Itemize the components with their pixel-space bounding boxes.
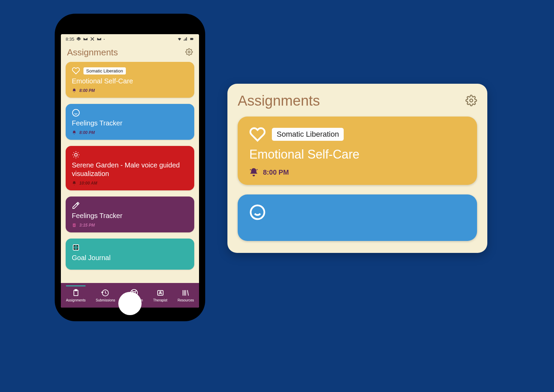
assignment-card[interactable]: Feelings Tracker 3:15 PM	[66, 197, 194, 232]
card-time: 8:00 PM	[263, 168, 289, 176]
battery-icon	[189, 37, 194, 41]
assignment-card[interactable]	[238, 194, 477, 241]
svg-point-13	[160, 292, 161, 293]
card-topbar	[249, 204, 465, 220]
phone-frame: 8:35 • Assignments	[55, 14, 205, 321]
svg-point-15	[251, 205, 264, 219]
gmail-icon	[83, 37, 88, 41]
gear-icon	[185, 48, 193, 56]
card-topbar	[72, 151, 188, 159]
svg-rect-1	[193, 39, 194, 39]
page-header: Assignments	[61, 44, 199, 62]
signal-icon	[183, 37, 188, 41]
nav-label: Assignments	[66, 298, 85, 302]
card-title: Emotional Self-Care	[72, 77, 188, 85]
card-tag: Somatic Liberation	[83, 67, 126, 75]
status-right	[177, 37, 194, 41]
gmail-icon	[97, 37, 102, 41]
nav-resources[interactable]: Resources	[177, 287, 195, 303]
svg-rect-0	[190, 38, 193, 40]
zoom-panel: Assignments Somatic Liberation Emotional…	[227, 84, 487, 253]
assignments-list[interactable]: Somatic Liberation Emotional Self-Care 8…	[61, 62, 199, 283]
smile-icon	[249, 204, 266, 220]
id-card-icon	[156, 289, 164, 297]
card-time: 8:00 PM	[79, 88, 95, 93]
phone-screen: 8:35 • Assignments	[61, 34, 199, 308]
x-icon	[90, 37, 95, 41]
card-time-row: 8:00 PM	[72, 130, 188, 135]
svg-point-14	[470, 99, 473, 102]
sun-gear-icon	[72, 151, 80, 159]
svg-point-2	[188, 51, 190, 53]
page-title: Assignments	[67, 47, 118, 58]
card-topbar	[72, 201, 188, 209]
assignment-card[interactable]: Goal Journal	[66, 239, 194, 270]
card-topbar	[72, 109, 188, 117]
bell-ring-icon	[249, 168, 258, 177]
nav-label: Submissions	[96, 298, 115, 302]
card-title: Serene Garden - Male voice guided visual…	[72, 161, 188, 178]
card-topbar: Somatic Liberation	[72, 67, 188, 75]
smile-icon	[72, 109, 80, 117]
pencil-icon	[72, 201, 80, 209]
heart-icon	[249, 126, 266, 143]
settings-button[interactable]	[465, 95, 477, 107]
bell-ring-icon	[72, 130, 77, 135]
card-title: Emotional Self-Care	[249, 147, 465, 162]
card-time-row: 10:00 AM	[72, 181, 188, 186]
chat-icon	[76, 37, 81, 41]
heart-icon	[72, 67, 80, 75]
books-icon	[182, 289, 190, 297]
card-time-row: 8:00 PM	[72, 88, 188, 93]
globe-box-icon	[72, 243, 80, 252]
gear-icon	[465, 95, 477, 106]
bell-ring-icon	[72, 88, 77, 93]
status-left: 8:35 •	[66, 37, 105, 42]
status-bar: 8:35 •	[61, 34, 199, 44]
card-time: 3:15 PM	[79, 223, 95, 228]
assignment-card[interactable]: Feelings Tracker 8:00 PM	[66, 104, 194, 140]
assignment-card[interactable]: Somatic Liberation Emotional Self-Care 8…	[66, 62, 194, 98]
card-time-row: 8:00 PM	[249, 168, 465, 177]
assignment-card[interactable]: Somatic Liberation Emotional Self-Care 8…	[238, 117, 477, 185]
clipboard-icon	[72, 289, 80, 297]
card-topbar: Somatic Liberation	[249, 126, 465, 143]
nav-label: Therapist	[153, 298, 168, 302]
assignment-card[interactable]: Serene Garden - Male voice guided visual…	[66, 146, 194, 190]
bell-icon	[72, 181, 77, 186]
card-title: Feelings Tracker	[72, 119, 188, 127]
svg-point-3	[72, 109, 79, 116]
wifi-icon	[177, 37, 182, 41]
card-tag: Somatic Liberation	[272, 128, 344, 141]
dot-icon: •	[104, 38, 105, 41]
zoom-header: Assignments	[238, 93, 477, 109]
card-title: Feelings Tracker	[72, 212, 188, 220]
nav-assignments[interactable]: Assignments	[65, 287, 86, 303]
nav-therapist[interactable]: Therapist	[153, 287, 168, 303]
card-time-row: 3:15 PM	[72, 223, 188, 228]
zoom-title: Assignments	[238, 93, 320, 109]
status-time: 8:35	[66, 37, 74, 42]
nav-submissions[interactable]: Submissions	[95, 287, 116, 303]
nav-label: Resources	[177, 298, 194, 302]
settings-button[interactable]	[185, 48, 193, 57]
card-time: 10:00 AM	[79, 181, 97, 186]
home-button[interactable]	[118, 292, 142, 315]
card-title: Goal Journal	[72, 254, 188, 262]
card-time: 8:00 PM	[79, 130, 95, 135]
history-icon	[101, 289, 109, 297]
check-clipboard-icon	[72, 223, 77, 228]
card-topbar	[72, 243, 188, 252]
svg-point-4	[75, 153, 77, 156]
